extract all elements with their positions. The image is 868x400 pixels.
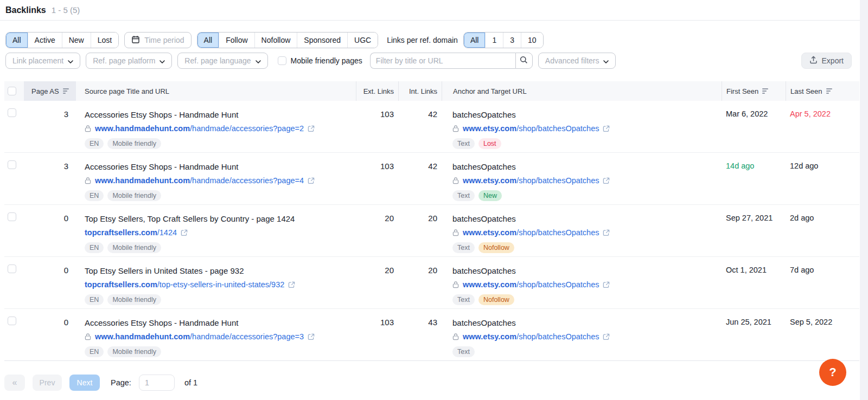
- row-checkbox[interactable]: [8, 108, 16, 117]
- target-url-link[interactable]: www.etsy.com/shop/batchesOpatches: [463, 176, 599, 185]
- last-seen-value: 2d ago: [786, 205, 859, 256]
- sort-icon[interactable]: [63, 88, 69, 94]
- segment-option-all[interactable]: All: [6, 33, 28, 48]
- mobile-friendly-checkbox[interactable]: [278, 56, 286, 65]
- segment-option-all[interactable]: All: [464, 33, 486, 48]
- column-header-last-seen[interactable]: Last Seen: [786, 81, 859, 101]
- page-number-input[interactable]: [139, 375, 175, 391]
- page-tag: Mobile friendly: [107, 242, 161, 253]
- segment-option-ugc[interactable]: UGC: [347, 33, 378, 48]
- https-lock-icon: [85, 333, 91, 340]
- segment-option-sponsored[interactable]: Sponsored: [297, 33, 347, 48]
- search-button[interactable]: [515, 53, 533, 69]
- column-header-first-seen[interactable]: First Seen: [722, 81, 786, 101]
- select-all-checkbox[interactable]: [8, 87, 16, 95]
- link-tag-text: Text: [452, 190, 475, 201]
- prev-page-button[interactable]: Prev: [33, 375, 62, 391]
- segment-option-3[interactable]: 3: [503, 33, 521, 48]
- source-page-title: Accessories Etsy Shops - Handmade Hunt: [85, 109, 356, 120]
- anchor-cell: batchesOpatches www.etsy.com/shop/batche…: [442, 101, 722, 152]
- help-button[interactable]: ?: [819, 359, 846, 386]
- column-label: Anchor and Target URL: [453, 87, 527, 95]
- sort-icon[interactable]: [762, 88, 768, 94]
- segment-option-new[interactable]: New: [62, 33, 91, 48]
- next-page-button[interactable]: Next: [69, 375, 100, 391]
- first-page-button[interactable]: «: [4, 375, 25, 391]
- page-tag: EN: [85, 242, 104, 253]
- table-row: 0 Top Etsy Sellers, Top Craft Sellers by…: [4, 205, 859, 257]
- link-placement-dropdown[interactable]: Link placement: [5, 53, 80, 69]
- segment-option-nofollow[interactable]: Nofollow: [254, 33, 297, 48]
- source-url-link[interactable]: topcraftsellers.com/top-etsy-sellers-in-…: [85, 280, 284, 289]
- column-label: Source page Title and URL: [85, 87, 169, 95]
- column-header-source: Source page Title and URL: [76, 81, 356, 101]
- sort-icon[interactable]: [826, 88, 832, 94]
- page-total: of 1: [184, 378, 197, 387]
- time-period-button[interactable]: Time period: [124, 32, 191, 48]
- source-url-link[interactable]: topcraftsellers.com/1424: [85, 228, 177, 237]
- target-url-link[interactable]: www.etsy.com/shop/batchesOpatches: [463, 228, 599, 237]
- source-cell: Accessories Etsy Shops - Handmade Hunt w…: [76, 153, 356, 204]
- external-link-icon[interactable]: [288, 281, 295, 288]
- external-link-icon[interactable]: [603, 125, 610, 132]
- filters-toolbar: AllActiveNewLost Time period AllFollowNo…: [0, 21, 868, 69]
- target-url-link[interactable]: www.etsy.com/shop/batchesOpatches: [463, 124, 599, 133]
- external-link-icon[interactable]: [603, 177, 610, 184]
- mobile-friendly-label: Mobile friendly pages: [291, 56, 362, 65]
- row-checkbox[interactable]: [8, 160, 16, 169]
- row-checkbox[interactable]: [8, 264, 16, 273]
- source-url-link[interactable]: www.handmadehunt.com/handmade/accessorie…: [95, 124, 304, 133]
- source-url-link[interactable]: www.handmadehunt.com/handmade/accessorie…: [95, 176, 304, 185]
- pagination: « Prev Next Page: of 1: [0, 361, 868, 396]
- segment-option-all[interactable]: All: [197, 33, 219, 48]
- link-tags: TextNofollow: [452, 294, 722, 305]
- title-bar: Backlinks 1 - 5 (5): [0, 0, 868, 21]
- external-link-icon[interactable]: [603, 333, 610, 340]
- page-tags: ENMobile friendly: [85, 138, 356, 149]
- advanced-filters-label: Advanced filters: [545, 56, 599, 65]
- target-url-link[interactable]: www.etsy.com/shop/batchesOpatches: [463, 332, 599, 341]
- time-period-label: Time period: [144, 36, 184, 44]
- external-link-icon[interactable]: [308, 177, 315, 184]
- page-as-value: 0: [24, 309, 76, 360]
- links-per-domain-filter: All1310: [463, 32, 544, 48]
- column-label: Last Seen: [790, 87, 822, 95]
- segment-option-active[interactable]: Active: [28, 33, 62, 48]
- external-link-icon[interactable]: [308, 333, 315, 340]
- page-tags: ENMobile friendly: [85, 294, 356, 305]
- ref-page-language-dropdown[interactable]: Ref. page language: [177, 53, 267, 69]
- row-checkbox[interactable]: [8, 212, 16, 221]
- anchor-text: batchesOpatches: [452, 318, 722, 328]
- external-link-icon[interactable]: [603, 281, 610, 288]
- column-header-int-links: Int. Links: [398, 81, 442, 101]
- page-title: Backlinks: [5, 5, 46, 15]
- source-page-title: Accessories Etsy Shops - Handmade Hunt: [85, 318, 356, 328]
- external-link-icon[interactable]: [181, 229, 188, 236]
- search-icon: [520, 56, 528, 66]
- external-link-icon[interactable]: [603, 229, 610, 236]
- result-count-range: 1 - 5 (5): [52, 5, 80, 15]
- export-button[interactable]: Export: [801, 53, 852, 69]
- link-tags: Text: [452, 346, 722, 357]
- ref-page-platform-dropdown[interactable]: Ref. page platform: [86, 53, 172, 69]
- advanced-filters-dropdown[interactable]: Advanced filters: [538, 53, 616, 69]
- page-tag: EN: [85, 190, 104, 201]
- segment-option-lost[interactable]: Lost: [91, 33, 118, 48]
- table-row: 0 Top Etsy Sellers in United States - pa…: [4, 257, 859, 309]
- segment-option-1[interactable]: 1: [485, 33, 503, 48]
- column-header-page-as[interactable]: Page AS: [24, 81, 76, 101]
- row-checkbox[interactable]: [8, 317, 16, 325]
- segment-option-10[interactable]: 10: [521, 33, 543, 48]
- source-cell: Accessories Etsy Shops - Handmade Hunt w…: [76, 309, 356, 360]
- first-seen-value: Jun 25, 2021: [722, 309, 786, 360]
- target-url-link[interactable]: www.etsy.com/shop/batchesOpatches: [463, 280, 599, 289]
- anchor-cell: batchesOpatches www.etsy.com/shop/batche…: [442, 257, 722, 308]
- search-box: [370, 53, 533, 69]
- link-tags: TextLost: [452, 138, 722, 149]
- external-link-icon[interactable]: [308, 125, 315, 132]
- search-input[interactable]: [370, 53, 515, 69]
- last-seen-value: Apr 5, 2022: [786, 101, 859, 152]
- column-label: Ext. Links: [363, 87, 394, 95]
- source-url-link[interactable]: www.handmadehunt.com/handmade/accessorie…: [95, 332, 304, 341]
- segment-option-follow[interactable]: Follow: [219, 33, 254, 48]
